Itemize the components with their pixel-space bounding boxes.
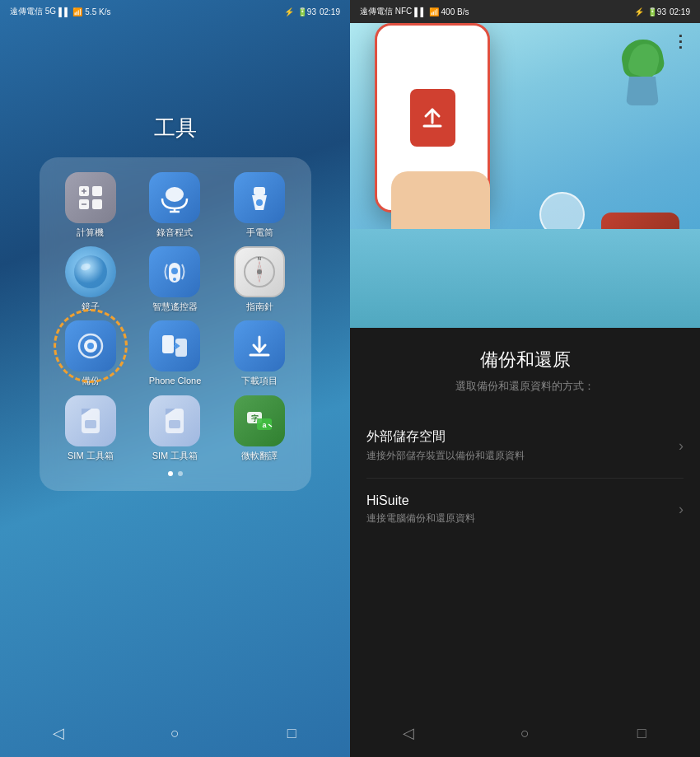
sim2-icon	[149, 395, 200, 446]
right-status-bar: 遠傳電信 NFC ▌▌ 📶 400 B/s ⚡ 🔋93 02:19	[350, 0, 700, 23]
svg-text:N: N	[258, 256, 261, 261]
back-button-right[interactable]: ◁	[395, 720, 422, 746]
hisuite-chevron: ›	[679, 501, 684, 518]
left-nav-bar: ◁ ○ □	[0, 709, 350, 757]
app-grid: 計算機 錄音程式	[53, 172, 298, 461]
folder-title: 工具	[154, 114, 197, 143]
download-icon	[234, 320, 285, 371]
external-storage-title: 外部儲存空間	[366, 428, 525, 446]
section-title: 備份和還原	[366, 348, 684, 372]
pot-body	[626, 77, 659, 105]
right-bluetooth-icon: ⚡	[634, 7, 644, 16]
backup-label: 備份	[82, 376, 100, 386]
app-item-calc[interactable]: 計算機	[53, 172, 129, 238]
left-panel: 遠傳電信 5G ▌▌ 📶 5.5 K/s ⚡ 🔋93 02:19 工具	[0, 0, 350, 757]
backup-icon	[65, 320, 116, 371]
external-storage-desc: 連接外部儲存裝置以備份和還原資料	[366, 449, 525, 463]
calc-icon	[65, 172, 116, 223]
dot-1	[168, 471, 173, 476]
hisuite-option[interactable]: HiSuite 連接電腦備份和還原資料 ›	[366, 479, 684, 540]
backup-wrapper	[65, 320, 116, 371]
right-time: 02:19	[670, 7, 690, 16]
plant-decoration	[618, 40, 667, 105]
external-storage-option[interactable]: 外部儲存空間 連接外部儲存裝置以備份和還原資料 ›	[366, 414, 684, 479]
left-status-right: ⚡ 🔋93 02:19	[284, 7, 340, 16]
svg-point-17	[173, 278, 176, 281]
mirror-icon	[65, 246, 116, 297]
external-storage-text: 外部儲存空間 連接外部儲存裝置以備份和還原資料	[366, 428, 525, 463]
svg-point-12	[256, 199, 263, 206]
right-carrier: 遠傳電信 NFC	[360, 6, 412, 17]
app-item-recorder[interactable]: 錄音程式	[137, 172, 213, 238]
left-wifi-icon: 📶	[72, 7, 82, 16]
app-item-sim2[interactable]: SIM 工具箱	[137, 395, 213, 461]
app-item-sim1[interactable]: SIM 工具箱	[53, 395, 129, 461]
left-carrier-info: 遠傳電信 5G ▌▌ 📶 5.5 K/s	[10, 6, 110, 17]
app-item-remote[interactable]: 智慧遙控器	[137, 246, 213, 312]
remote-icon	[149, 246, 200, 297]
app-item-compass[interactable]: N 指南針	[222, 246, 298, 312]
svg-rect-1	[92, 186, 102, 196]
remote-label: 智慧遙控器	[152, 301, 198, 312]
svg-rect-10	[254, 187, 265, 195]
hero-image: ⋮	[350, 23, 700, 328]
hisuite-text: HiSuite 連接電腦備份和還原資料	[366, 493, 475, 526]
app-item-download[interactable]: 下載項目	[222, 320, 298, 386]
app-item-mirror[interactable]: 鏡子	[53, 246, 129, 312]
app-item-phoneclone[interactable]: Phone Clone	[137, 320, 213, 386]
svg-rect-7	[166, 187, 184, 202]
folder-pagination	[53, 471, 298, 476]
svg-rect-34	[169, 420, 180, 428]
svg-rect-3	[92, 199, 102, 209]
more-options-button[interactable]: ⋮	[672, 31, 690, 51]
sim2-label: SIM 工具箱	[152, 451, 198, 461]
compass-icon: N	[234, 246, 285, 297]
svg-point-21	[257, 269, 262, 274]
left-carrier: 遠傳電信 5G	[10, 6, 56, 17]
flashlight-label: 手電筒	[246, 227, 273, 238]
phoneclone-label: Phone Clone	[149, 376, 202, 386]
home-button-left[interactable]: ○	[161, 720, 188, 746]
left-signal-icon: ▌▌	[58, 7, 70, 16]
left-battery: 🔋93	[297, 7, 316, 16]
mirror-label: 鏡子	[82, 301, 100, 312]
recorder-icon	[149, 172, 200, 223]
recorder-label: 錄音程式	[156, 227, 193, 238]
right-panel: 遠傳電信 NFC ▌▌ 📶 400 B/s ⚡ 🔋93 02:19 ⋮	[350, 0, 700, 757]
external-storage-chevron: ›	[679, 437, 684, 455]
svg-point-25	[87, 343, 94, 349]
svg-rect-31	[85, 420, 96, 428]
recent-button-left[interactable]: □	[278, 720, 305, 746]
left-time: 02:19	[320, 7, 340, 16]
svg-point-16	[171, 268, 178, 274]
right-signal-icon: ▌▌	[414, 7, 426, 16]
app-item-translate[interactable]: 字 a 微軟翻譯	[222, 395, 298, 461]
left-status-bar: 遠傳電信 5G ▌▌ 📶 5.5 K/s ⚡ 🔋93 02:19	[0, 0, 350, 23]
right-speed: 400 B/s	[441, 7, 469, 16]
right-carrier-info: 遠傳電信 NFC ▌▌ 📶 400 B/s	[360, 6, 469, 17]
flashlight-icon	[234, 172, 285, 223]
right-wifi-icon: 📶	[429, 7, 439, 16]
back-button-left[interactable]: ◁	[45, 720, 72, 746]
right-status-right: ⚡ 🔋93 02:19	[634, 7, 690, 16]
calc-label: 計算機	[77, 227, 104, 238]
compass-label: 指南針	[246, 301, 273, 312]
right-battery: 🔋93	[647, 7, 666, 16]
download-label: 下載項目	[241, 376, 278, 386]
svg-rect-26	[162, 335, 174, 353]
app-item-backup[interactable]: 備份	[53, 320, 129, 386]
phone-screen-content	[410, 89, 455, 147]
home-button-right[interactable]: ○	[511, 720, 538, 746]
dot-2	[178, 471, 183, 476]
sim1-icon	[65, 395, 116, 446]
backup-restore-section: 備份和還原 選取備份和還原資料的方式： 外部儲存空間 連接外部儲存裝置以備份和還…	[350, 328, 700, 709]
left-bluetooth-icon: ⚡	[284, 7, 294, 16]
sim1-label: SIM 工具箱	[68, 451, 114, 461]
hisuite-title: HiSuite	[366, 493, 475, 508]
translate-label: 微軟翻譯	[241, 451, 278, 461]
hisuite-desc: 連接電腦備份和還原資料	[366, 512, 475, 526]
recent-button-right[interactable]: □	[628, 720, 655, 746]
right-nav-bar: ◁ ○ □	[350, 709, 700, 757]
app-item-flashlight[interactable]: 手電筒	[222, 172, 298, 238]
upload-icon-illustration	[410, 89, 455, 147]
